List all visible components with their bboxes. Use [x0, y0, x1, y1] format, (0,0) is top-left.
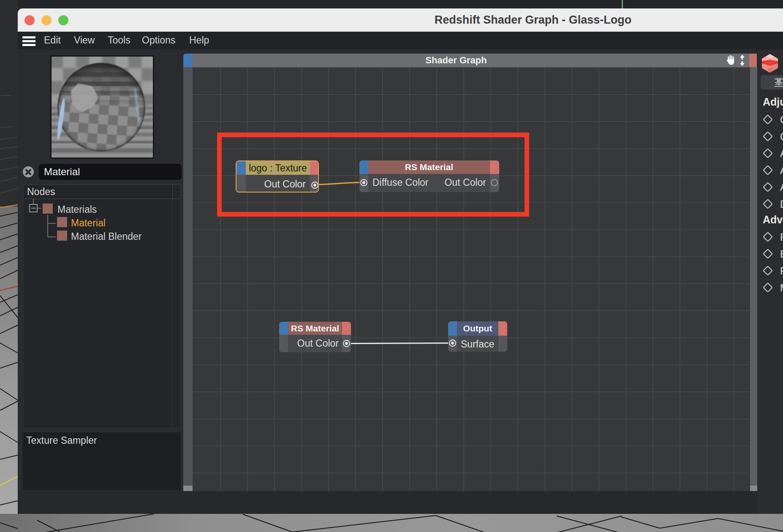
- svg-text:M: M: [780, 282, 783, 293]
- svg-text:D: D: [780, 198, 783, 210]
- svg-text:A: A: [780, 182, 783, 193]
- svg-text:R: R: [780, 231, 783, 243]
- svg-text:B: B: [780, 248, 783, 260]
- svg-text:R: R: [780, 265, 783, 277]
- svg-text:C: C: [780, 131, 783, 142]
- svg-text:C: C: [780, 114, 783, 125]
- svg-text:A: A: [780, 165, 783, 176]
- svg-text:A: A: [780, 148, 783, 159]
